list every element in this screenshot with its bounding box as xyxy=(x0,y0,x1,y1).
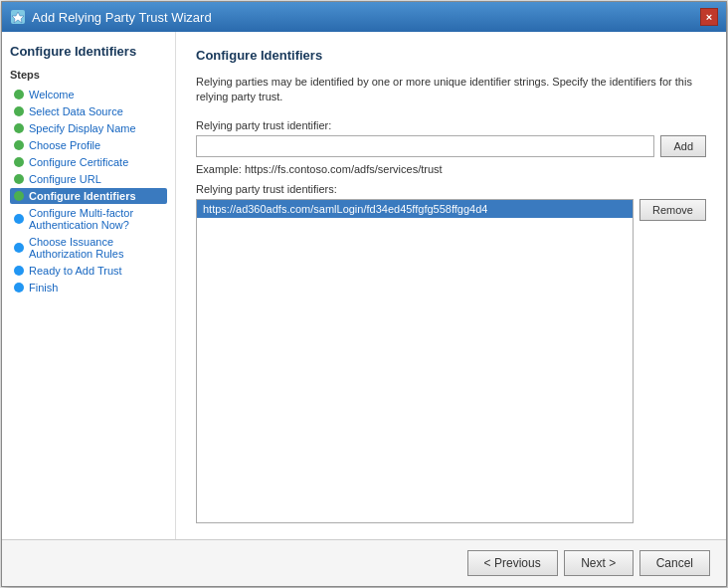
step-dot-welcome xyxy=(14,90,24,99)
sidebar-step-configure-multifactor[interactable]: Configure Multi-factor Authentication No… xyxy=(10,205,167,233)
step-label-choose-profile: Choose Profile xyxy=(29,139,100,151)
identifiers-list[interactable]: https://ad360adfs.com/samlLogin/fd34ed45… xyxy=(196,199,634,523)
wizard-icon xyxy=(10,9,26,25)
sidebar-step-choose-profile[interactable]: Choose Profile xyxy=(10,137,167,153)
title-bar: Add Relying Party Trust Wizard × xyxy=(2,2,726,32)
step-label-choose-issuance: Choose Issuance Authorization Rules xyxy=(29,236,163,260)
sidebar: Configure Identifiers Steps WelcomeSelec… xyxy=(2,32,176,539)
list-item[interactable]: https://ad360adfs.com/samlLogin/fd34ed45… xyxy=(197,200,633,218)
step-dot-select-data-source xyxy=(14,106,24,116)
step-dot-choose-profile xyxy=(14,140,24,150)
cancel-button[interactable]: Cancel xyxy=(639,550,710,576)
identifier-input[interactable] xyxy=(196,135,654,157)
step-dot-specify-display-name xyxy=(14,123,24,133)
step-dot-configure-identifiers xyxy=(14,191,24,201)
close-button[interactable]: × xyxy=(700,8,718,26)
next-button[interactable]: Next > xyxy=(564,550,634,576)
step-label-ready-to-add: Ready to Add Trust xyxy=(29,265,122,277)
sidebar-step-welcome[interactable]: Welcome xyxy=(10,87,167,102)
example-text: Example: https://fs.contoso.com/adfs/ser… xyxy=(196,163,706,175)
identifiers-row: https://ad360adfs.com/samlLogin/fd34ed45… xyxy=(196,199,706,523)
step-label-welcome: Welcome xyxy=(29,89,75,100)
step-label-specify-display-name: Specify Display Name xyxy=(29,122,136,134)
sidebar-step-finish[interactable]: Finish xyxy=(10,280,167,295)
dialog-body: Configure Identifiers Steps WelcomeSelec… xyxy=(2,32,726,539)
step-label-finish: Finish xyxy=(29,282,58,294)
step-dot-configure-multifactor xyxy=(14,214,24,224)
section-title: Configure Identifiers xyxy=(196,48,706,63)
step-label-configure-multifactor: Configure Multi-factor Authentication No… xyxy=(29,207,163,231)
step-label-configure-identifiers: Configure Identifiers xyxy=(29,190,136,202)
step-dot-configure-url xyxy=(14,174,24,184)
step-dot-ready-to-add xyxy=(14,266,24,276)
step-dot-choose-issuance xyxy=(14,243,24,253)
sidebar-step-configure-identifiers[interactable]: Configure Identifiers xyxy=(10,188,167,204)
sidebar-heading: Configure Identifiers xyxy=(10,44,167,59)
add-button[interactable]: Add xyxy=(660,135,706,157)
sidebar-step-configure-certificate[interactable]: Configure Certificate xyxy=(10,154,167,170)
main-content: Configure Identifiers Relying parties ma… xyxy=(176,32,726,539)
sidebar-step-specify-display-name[interactable]: Specify Display Name xyxy=(10,120,167,136)
steps-label: Steps xyxy=(10,69,167,81)
step-label-configure-url: Configure URL xyxy=(29,173,101,185)
identifier-field-label: Relying party trust identifier: xyxy=(196,119,706,131)
steps-list: WelcomeSelect Data SourceSpecify Display… xyxy=(10,87,167,295)
dialog-footer: < Previous Next > Cancel xyxy=(2,539,726,586)
step-dot-configure-certificate xyxy=(14,157,24,167)
remove-button[interactable]: Remove xyxy=(639,199,706,221)
step-label-configure-certificate: Configure Certificate xyxy=(29,156,128,168)
identifier-input-row: Add xyxy=(196,135,706,157)
sidebar-step-ready-to-add[interactable]: Ready to Add Trust xyxy=(10,263,167,279)
title-bar-left: Add Relying Party Trust Wizard xyxy=(10,9,212,25)
previous-button[interactable]: < Previous xyxy=(467,550,558,576)
description-text: Relying parties may be identified by one… xyxy=(196,75,706,105)
title-text: Add Relying Party Trust Wizard xyxy=(32,10,212,25)
sidebar-step-select-data-source[interactable]: Select Data Source xyxy=(10,103,167,119)
sidebar-step-choose-issuance[interactable]: Choose Issuance Authorization Rules xyxy=(10,234,167,262)
identifiers-list-label: Relying party trust identifiers: xyxy=(196,183,706,195)
step-label-select-data-source: Select Data Source xyxy=(29,105,123,117)
step-dot-finish xyxy=(14,283,24,293)
remove-btn-container: Remove xyxy=(639,199,706,523)
dialog-window: Add Relying Party Trust Wizard × Configu… xyxy=(1,1,727,587)
sidebar-step-configure-url[interactable]: Configure URL xyxy=(10,171,167,187)
